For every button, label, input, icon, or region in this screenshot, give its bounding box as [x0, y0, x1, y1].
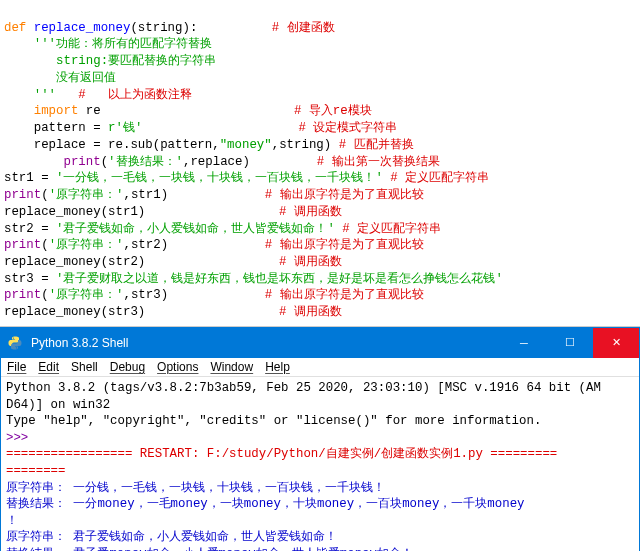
docstring: string:要匹配替换的字符串 [4, 54, 216, 68]
menu-options[interactable]: Options [157, 360, 198, 374]
string: '替换结果：' [108, 155, 183, 169]
params: (string): [130, 21, 197, 35]
builtin-print: print [4, 288, 41, 302]
comment: # 定义匹配字符串 [335, 222, 441, 236]
comment: # 调用函数 [145, 255, 342, 269]
comment: # 输出原字符是为了直观比较 [168, 288, 424, 302]
raw-string: r'钱' [108, 121, 142, 135]
menu-debug[interactable]: Debug [110, 360, 145, 374]
builtin-print: print [34, 155, 101, 169]
call: replace_money(str3) [4, 305, 145, 319]
builtin-print: print [4, 238, 41, 252]
menu-shell[interactable]: Shell [71, 360, 98, 374]
comment: # 输出第一次替换结果 [250, 155, 440, 169]
restart-line: ================= RESTART: F:/study/Pyth… [6, 446, 634, 463]
comment: # 以上为函数注释 [56, 88, 192, 102]
assign: str1 = [4, 171, 56, 185]
prompt: >>> [6, 431, 28, 445]
banner-line: Type "help", "copyright", "credits" or "… [6, 413, 634, 430]
output-line: 替换结果： 一分money，一毛money，一块money，十块money，一百… [6, 496, 634, 513]
output-line: 原字符串： 一分钱，一毛钱，一块钱，十块钱，一百块钱，一千块钱！ [6, 480, 634, 497]
string: '一分钱，一毛钱，一块钱，十块钱，一百块钱，一千块钱！' [56, 171, 383, 185]
assign: str2 = [4, 222, 56, 236]
keyword-import: import [4, 104, 78, 118]
docstring: 没有返回值 [4, 71, 116, 85]
titlebar[interactable]: Python 3.8.2 Shell ─ ☐ ✕ [1, 328, 639, 358]
restart-line-cont: ======== [6, 463, 634, 480]
docstring-end: ''' [4, 88, 56, 102]
comment: # 调用函数 [145, 205, 342, 219]
idle-shell-window: Python 3.8.2 Shell ─ ☐ ✕ FileEditShellDe… [0, 327, 640, 551]
comment: # 设定模式字符串 [142, 121, 397, 135]
indent [4, 155, 34, 169]
comment: # 导入re模块 [101, 104, 372, 118]
assign: pattern = [4, 121, 108, 135]
code-editor: def replace_money(string): # 创建函数 '''功能：… [0, 0, 640, 327]
shell-output[interactable]: Python 3.8.2 (tags/v3.8.2:7b3ab59, Feb 2… [1, 377, 639, 551]
code: ,string) [272, 138, 332, 152]
assign: str3 = [4, 272, 56, 286]
string: "money" [220, 138, 272, 152]
builtin-print: print [4, 188, 41, 202]
string: '君子爱财取之以道，钱是好东西，钱也是坏东西，是好是坏是看怎么挣钱怎么花钱' [56, 272, 503, 286]
menu-file[interactable]: File [7, 360, 26, 374]
docstring: '''功能：将所有的匹配字符替换 [4, 37, 212, 51]
string: '君子爱钱如命，小人爱钱如命，世人皆爱钱如命！' [56, 222, 335, 236]
menu-help[interactable]: Help [265, 360, 290, 374]
minimize-button[interactable]: ─ [501, 328, 547, 358]
comment: # 输出原字符是为了直观比较 [168, 238, 424, 252]
python-icon [1, 335, 29, 351]
menubar: FileEditShellDebugOptionsWindowHelp [1, 358, 639, 377]
comment: # 定义匹配字符串 [383, 171, 489, 185]
banner-line: Python 3.8.2 (tags/v3.8.2:7b3ab59, Feb 2… [6, 380, 634, 397]
menu-window[interactable]: Window [210, 360, 253, 374]
output-line: 原字符串： 君子爱钱如命，小人爱钱如命，世人皆爱钱如命！ [6, 529, 634, 546]
call: replace_money(str1) [4, 205, 145, 219]
function-name: replace_money [26, 21, 130, 35]
module-re: re [78, 104, 100, 118]
comment: # 创建函数 [197, 21, 334, 35]
call: replace_money(str2) [4, 255, 145, 269]
string: '原字符串：' [49, 288, 124, 302]
assign: replace = re.sub(pattern, [4, 138, 220, 152]
keyword-def: def [4, 21, 26, 35]
comment: # 匹配并替换 [331, 138, 413, 152]
menu-edit[interactable]: Edit [38, 360, 59, 374]
window-title: Python 3.8.2 Shell [29, 336, 501, 350]
banner-line: D64)] on win32 [6, 397, 634, 414]
output-line: 替换结果： 君子爱money如命，小人爱money如命，世人皆爱money如命！ [6, 546, 634, 551]
comment: # 调用函数 [145, 305, 342, 319]
string: '原字符串：' [49, 238, 124, 252]
string: '原字符串：' [49, 188, 124, 202]
output-line: ！ [6, 513, 634, 530]
maximize-button[interactable]: ☐ [547, 328, 593, 358]
comment: # 输出原字符是为了直观比较 [168, 188, 424, 202]
close-button[interactable]: ✕ [593, 328, 639, 358]
